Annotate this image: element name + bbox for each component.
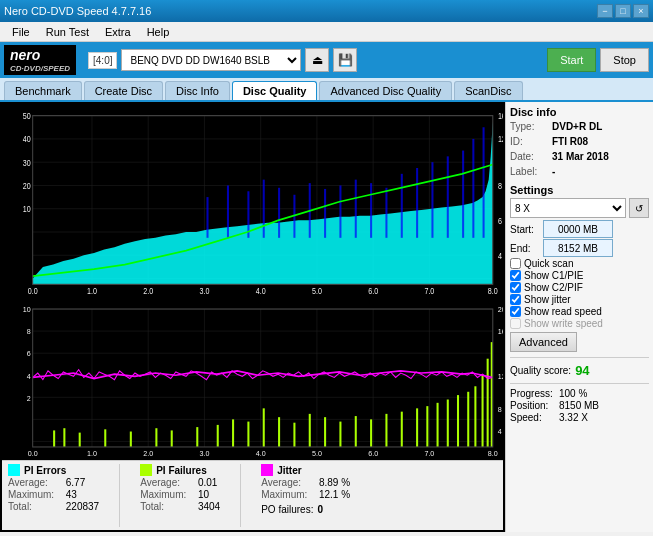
disc-label-row: Label: - [510,164,649,179]
start-input[interactable] [543,220,613,238]
show-write-speed-checkbox[interactable] [510,318,521,329]
progress-section: Progress: 100 % Position: 8150 MB Speed:… [510,383,649,424]
minimize-button[interactable]: − [597,4,613,18]
drive-select[interactable]: BENQ DVD DD DW1640 BSLB [121,49,301,71]
pi-errors-max-label: Maximum: [8,489,63,500]
jitter-avg-label: Average: [261,477,316,488]
quality-score-row: Quality score: 94 [510,363,649,378]
start-label: Start: [510,224,540,235]
jitter-avg-value: 8.89 % [319,477,350,488]
svg-rect-21 [278,188,280,238]
pi-errors-legend: PI Errors Average: 6.77 Maximum: 43 Tota… [8,464,99,527]
svg-rect-34 [472,139,474,238]
drive-label: [4:0] [88,52,117,69]
svg-text:5.0: 5.0 [312,449,322,458]
jitter-color-box [261,464,273,476]
svg-text:7.0: 7.0 [424,449,434,458]
save-button[interactable]: 💾 [333,48,357,72]
svg-rect-18 [227,185,229,237]
svg-rect-27 [370,183,372,238]
menu-file[interactable]: File [4,22,38,41]
speed-row: 8 X ↺ [510,198,649,218]
svg-text:6.0: 6.0 [368,449,378,458]
pi-errors-max-value: 43 [66,489,77,500]
tab-disc-info[interactable]: Disc Info [165,81,230,100]
po-failures-label: PO failures: [261,504,313,515]
svg-text:40: 40 [23,135,31,145]
end-input[interactable] [543,239,613,257]
svg-rect-33 [462,151,464,238]
tab-disc-quality[interactable]: Disc Quality [232,81,318,100]
svg-rect-91 [385,414,387,447]
svg-text:3.0: 3.0 [199,286,209,296]
nero-logo: nero CD·DVD/SPEED [4,45,76,75]
svg-rect-72 [53,430,55,447]
settings-title: Settings [510,184,649,196]
pie-chart: 50 40 30 20 10 16 12 8 6 4 0.0 1.0 2.0 3… [2,104,503,296]
svg-rect-94 [426,406,428,447]
pi-failures-color-box [140,464,152,476]
eject-button[interactable]: ⏏ [305,48,329,72]
speed-select[interactable]: 8 X [510,198,626,218]
menu-extra[interactable]: Extra [97,22,139,41]
start-button[interactable]: Start [547,48,596,72]
svg-text:3.0: 3.0 [199,449,209,458]
svg-rect-82 [247,422,249,447]
main-content: 50 40 30 20 10 16 12 8 6 4 0.0 1.0 2.0 3… [0,102,653,532]
menu-help[interactable]: Help [139,22,178,41]
start-mb-row: Start: [510,220,649,238]
show-c2pif-checkbox[interactable] [510,282,521,293]
svg-rect-90 [370,419,372,447]
jitter-max-label: Maximum: [261,489,316,500]
svg-rect-100 [482,375,484,447]
pi-failures-total-value: 3404 [198,501,220,512]
disc-type-value: DVD+R DL [552,119,602,134]
show-c2pif-row: Show C2/PIF [510,282,649,293]
close-button[interactable]: × [633,4,649,18]
svg-rect-88 [339,422,341,447]
tab-scan-disc[interactable]: ScanDisc [454,81,522,100]
svg-rect-78 [171,430,173,447]
show-read-speed-checkbox[interactable] [510,306,521,317]
svg-text:5.0: 5.0 [312,286,322,296]
quick-scan-checkbox[interactable] [510,258,521,269]
svg-text:10: 10 [23,205,31,215]
svg-text:8.0: 8.0 [488,449,498,458]
svg-rect-35 [483,127,485,238]
tab-create-disc[interactable]: Create Disc [84,81,163,100]
end-label: End: [510,243,540,254]
maximize-button[interactable]: □ [615,4,631,18]
svg-rect-96 [447,400,449,447]
svg-rect-31 [431,162,433,238]
refresh-button[interactable]: ↺ [629,198,649,218]
svg-rect-80 [217,425,219,447]
jitter-max-value: 12.1 % [319,489,350,500]
svg-rect-30 [416,168,418,238]
disc-date-row: Date: 31 Mar 2018 [510,149,649,164]
svg-rect-76 [130,432,132,447]
advanced-button[interactable]: Advanced [510,332,577,352]
svg-rect-81 [232,419,234,447]
svg-rect-26 [355,180,357,238]
settings-section: Settings 8 X ↺ Start: End: Quick scan [510,184,649,352]
svg-rect-17 [206,197,208,238]
show-c1pie-checkbox[interactable] [510,270,521,281]
tab-benchmark[interactable]: Benchmark [4,81,82,100]
show-write-speed-row: Show write speed [510,318,649,329]
tab-advanced-disc-quality[interactable]: Advanced Disc Quality [319,81,452,100]
pi-failures-max-value: 10 [198,489,209,500]
info-panel: Disc info Type: DVD+R DL ID: FTI R08 Dat… [505,102,653,532]
show-read-speed-row: Show read speed [510,306,649,317]
menu-run-test[interactable]: Run Test [38,22,97,41]
pi-errors-total-label: Total: [8,501,63,512]
title-bar: Nero CD-DVD Speed 4.7.7.16 − □ × [0,0,653,22]
svg-rect-92 [401,412,403,447]
svg-text:0.0: 0.0 [28,286,38,296]
jitter-label: Jitter [277,465,301,476]
svg-text:12: 12 [498,371,503,380]
show-jitter-checkbox[interactable] [510,294,521,305]
pi-errors-avg-label: Average: [8,477,63,488]
disc-id-value: FTI R08 [552,134,588,149]
stop-button[interactable]: Stop [600,48,649,72]
svg-text:20: 20 [23,182,31,192]
